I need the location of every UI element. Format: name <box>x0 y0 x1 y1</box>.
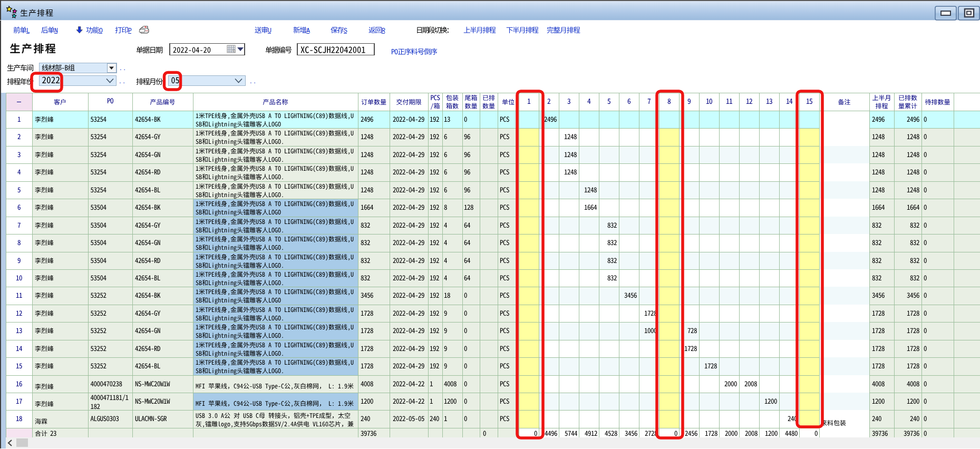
svg-text:. .: . . <box>250 77 256 85</box>
svg-text:U: U <box>268 27 271 35</box>
svg-text:L: L <box>26 27 30 35</box>
svg-text:S: S <box>344 27 347 35</box>
svg-text:O: O <box>99 27 103 35</box>
svg-text:P: P <box>128 27 132 35</box>
svg-text:A: A <box>306 27 311 35</box>
svg-text:. .: . . <box>119 77 125 85</box>
svg-text:. .: . . <box>120 64 125 72</box>
svg-text:N: N <box>54 27 58 35</box>
svg-text:R: R <box>382 27 385 35</box>
